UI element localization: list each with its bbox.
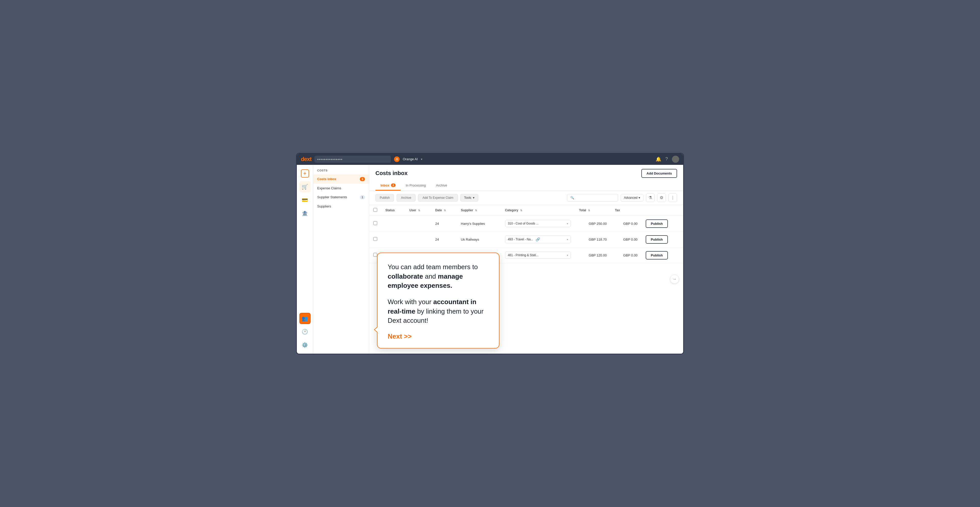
row1-publish-button[interactable]: Publish xyxy=(646,219,668,228)
row1-category-label: 310 - Cost of Goods ... xyxy=(508,222,539,225)
settings-nav-btn[interactable]: ⚙️ xyxy=(299,339,310,351)
org-dropdown-icon[interactable]: ▾ xyxy=(421,157,422,161)
add-documents-button[interactable]: Add Documents xyxy=(641,169,677,178)
row3-checkbox[interactable] xyxy=(373,253,377,257)
tab-in-processing-label: In Processing xyxy=(406,183,426,187)
add-icon-btn[interactable]: + xyxy=(299,168,310,179)
more-options-btn[interactable]: ⋮ xyxy=(668,194,677,202)
table-area: Status User ⇅ Date ⇅ Supplier ⇅ Category… xyxy=(369,205,683,354)
row2-checkbox[interactable] xyxy=(373,237,377,241)
tab-inbox[interactable]: Inbox 3 xyxy=(375,181,401,191)
row3-actions: Publish xyxy=(641,247,683,263)
supplier-header[interactable]: Supplier ⇅ xyxy=(457,205,501,216)
history-icon: 🕐 xyxy=(302,329,308,335)
row1-status xyxy=(381,216,405,231)
tools-chevron-icon: ▾ xyxy=(473,196,474,200)
main-layout: + 🛒 💳 🏦 👥 🕐 ⚙️ xyxy=(297,165,683,354)
select-all-checkbox[interactable] xyxy=(373,208,377,212)
row3-category-chevron: ▾ xyxy=(567,254,568,257)
advanced-button[interactable]: Advanced ▾ xyxy=(620,194,643,202)
row3-category-select[interactable]: 461 - Printing & Stati... ▾ xyxy=(505,251,571,259)
card-icon: 💳 xyxy=(302,197,308,203)
user-header[interactable]: User ⇅ xyxy=(405,205,431,216)
scroll-right-button[interactable]: → xyxy=(670,275,679,284)
row2-status xyxy=(381,231,405,247)
settings-icon: ⚙ xyxy=(660,195,663,200)
help-icon[interactable]: ? xyxy=(665,156,668,162)
user-sort-icon: ⇅ xyxy=(418,209,420,212)
bank-nav-btn[interactable]: 💳 xyxy=(299,194,310,206)
next-button[interactable]: Next >> xyxy=(388,332,412,340)
costs-inbox-badge: 3 xyxy=(360,177,365,181)
row1-checkbox[interactable] xyxy=(373,221,377,225)
total-header[interactable]: Total ⇅ xyxy=(575,205,611,216)
url-bar: ●●●●●●●●●●●●●●● xyxy=(314,156,391,163)
page-title: Costs inbox xyxy=(375,170,407,176)
gear-icon: ⚙️ xyxy=(302,342,308,348)
history-nav-btn[interactable]: 🕐 xyxy=(299,326,310,337)
date-header[interactable]: Date ⇅ xyxy=(431,205,457,216)
row1-user xyxy=(405,216,431,231)
archive-toolbar-button[interactable]: Archive xyxy=(396,194,415,202)
row1-total: GBP 250.00 xyxy=(575,216,611,231)
tab-archive[interactable]: Archive xyxy=(431,181,452,191)
sidebar-item-supplier-statements[interactable]: Supplier Statements 1 xyxy=(313,192,369,202)
publish-toolbar-button[interactable]: Publish xyxy=(375,194,394,202)
row2-category[interactable]: 493 - Travel - Na... 🔗 ▾ xyxy=(501,231,575,247)
sidebar-item-suppliers[interactable]: Suppliers xyxy=(313,202,369,211)
status-header: Status xyxy=(381,205,405,216)
category-sort-icon: ⇅ xyxy=(520,209,522,212)
tab-archive-label: Archive xyxy=(436,183,447,187)
row1-supplier: Harry's Supplies xyxy=(457,216,501,231)
user-avatar[interactable] xyxy=(672,156,679,163)
notification-icon[interactable]: 🔔 xyxy=(655,156,661,162)
icon-nav: + 🛒 💳 🏦 👥 🕐 ⚙️ xyxy=(297,165,313,354)
row2-user xyxy=(405,231,431,247)
sidebar-costs-inbox-label: Costs inbox xyxy=(317,177,336,181)
row3-category[interactable]: 461 - Printing & Stati... ▾ xyxy=(501,247,575,263)
actions-header xyxy=(641,205,683,216)
team-icon: 👥 xyxy=(302,315,308,321)
row2-category-select[interactable]: 493 - Travel - Na... 🔗 ▾ xyxy=(505,235,571,243)
team-nav-btn[interactable]: 👥 xyxy=(299,313,310,324)
sidebar-item-costs-inbox[interactable]: Costs inbox 3 xyxy=(313,175,369,184)
table-row: 24 Uk Railways 493 - Travel - Na... 🔗 ▾ … xyxy=(369,231,683,247)
row1-actions: Publish xyxy=(641,216,683,231)
cart-icon: 🛒 xyxy=(302,184,308,190)
sidebar-item-expense-claims[interactable]: Expense Claims xyxy=(313,184,369,192)
add-expense-claim-button[interactable]: Add To Expense Claim xyxy=(418,194,458,202)
search-box[interactable]: 🔍 xyxy=(567,194,618,202)
row1-category[interactable]: 310 - Cost of Goods ... ▾ xyxy=(501,216,575,231)
tooltip-text-1: You can add team members to collaborate … xyxy=(388,262,489,290)
row2-checkbox-cell[interactable] xyxy=(369,231,381,247)
filter-icon: ⚗ xyxy=(649,195,652,200)
toolbar: Publish Archive Add To Expense Claim Too… xyxy=(369,191,683,205)
supplier-sort-icon: ⇅ xyxy=(475,209,477,212)
supplier-statements-badge: 1 xyxy=(360,195,365,199)
row2-total: GBP 118.70 xyxy=(575,231,611,247)
building-icon: 🏦 xyxy=(302,210,308,216)
costs-nav-btn[interactable]: 🛒 xyxy=(299,181,310,192)
tools-button[interactable]: Tools ▾ xyxy=(460,194,478,202)
row3-total: GBP 120.00 xyxy=(575,247,611,263)
select-all-header[interactable] xyxy=(369,205,381,216)
row2-actions: Publish xyxy=(641,231,683,247)
category-header[interactable]: Category ⇅ xyxy=(501,205,575,216)
sidebar-supplier-statements-label: Supplier Statements xyxy=(317,195,347,199)
app-container: dext ●●●●●●●●●●●●●●● O Orange AI ▾ 🔔 ? +… xyxy=(296,153,684,354)
tooltip-popup: You can add team members to collaborate … xyxy=(377,253,500,348)
tab-in-processing[interactable]: In Processing xyxy=(401,181,431,191)
row2-category-chevron: ▾ xyxy=(567,238,568,241)
row1-category-select[interactable]: 310 - Cost of Goods ... ▾ xyxy=(505,220,571,227)
reports-nav-btn[interactable]: 🏦 xyxy=(299,208,310,219)
table-header-row: Status User ⇅ Date ⇅ Supplier ⇅ Category… xyxy=(369,205,683,216)
row1-checkbox-cell[interactable] xyxy=(369,216,381,231)
row2-date: 24 xyxy=(431,231,457,247)
row3-publish-button[interactable]: Publish xyxy=(646,251,668,259)
row1-tax: GBP 0.00 xyxy=(611,216,641,231)
sidebar-suppliers-label: Suppliers xyxy=(317,204,331,208)
row3-category-label: 461 - Printing & Stati... xyxy=(508,253,538,257)
filter-icon-btn[interactable]: ⚗ xyxy=(646,194,655,202)
row2-publish-button[interactable]: Publish xyxy=(646,235,668,244)
settings-icon-btn[interactable]: ⚙ xyxy=(657,194,666,202)
